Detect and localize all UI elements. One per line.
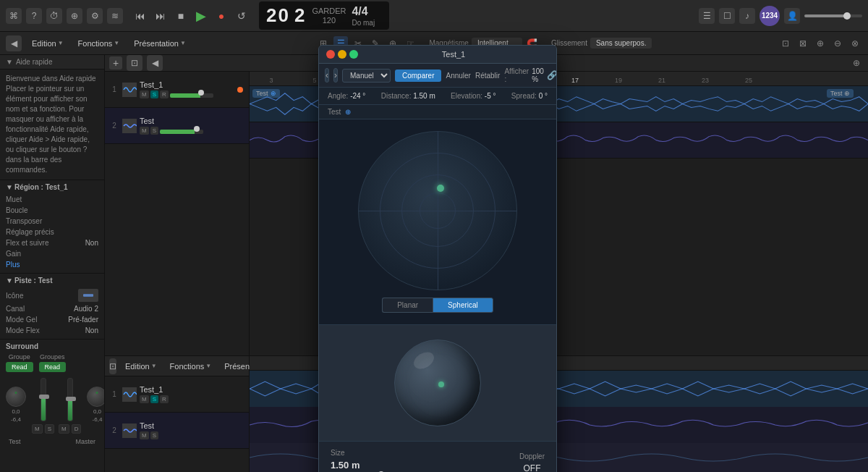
apple-icon[interactable]: ⌘ [6,8,22,24]
annuler-btn[interactable]: Annuler [446,72,470,80]
expand-icon[interactable]: ⊡ [127,55,142,71]
3d-ball[interactable] [394,340,481,426]
panel-forward-btn[interactable]: › [333,68,338,83]
trim-icon[interactable]: ⊠ [796,36,810,51]
avatar[interactable]: 1234 [760,6,780,26]
link-icon[interactable]: 🔗 [547,70,557,80]
clock-icon[interactable]: ⏱ [46,8,62,24]
snap-icon[interactable]: ⊡ [778,36,793,51]
edition-menu[interactable]: Edition ▼ [27,38,68,49]
afficher-label: Afficher : [504,67,529,83]
chevron-down-icon-3: ▼ [205,363,211,369]
track-gain-1[interactable] [170,93,213,98]
presentation-menu[interactable]: Présentation ▼ [129,38,190,49]
panel-fullscreen-btn[interactable] [349,50,358,59]
stop-btn[interactable]: ■ [172,7,190,25]
mode-select[interactable]: Manuel [342,69,391,83]
fast-forward-btn[interactable]: ⏭ [152,7,169,25]
midi-icon[interactable]: ⊕ [67,8,82,24]
track-item-4: 2 Test M S [105,413,249,449]
d-btn[interactable]: D [72,424,82,434]
flex-label: Flex et suivre [6,239,48,247]
zoom-in-icon[interactable]: ⊕ [813,36,827,51]
doppler-val: OFF [523,463,540,473]
surround-knob-2[interactable] [87,387,105,407]
track-waveform-icon-2 [122,119,137,133]
track-icon-box[interactable] [78,289,98,302]
fonctions-menu[interactable]: Fonctions ▼ [74,38,124,49]
collapse-icon[interactable]: ◀ [6,35,22,51]
panel-minimize-btn[interactable] [338,50,346,59]
m-btn-2[interactable]: M [59,424,69,434]
read-btn-1[interactable]: Read [6,362,33,372]
user-icon[interactable]: 👤 [784,8,800,24]
mode-gel-label: Mode Gel [6,316,37,324]
list-icon[interactable]: ☰ [699,8,715,24]
record-btn[interactable]: ● [213,7,230,25]
track-m-1[interactable]: M [140,90,149,98]
panel-close-btn[interactable] [326,50,335,59]
auto-zoom-icon[interactable]: ⊗ [848,36,862,51]
fader-track-2[interactable] [67,378,73,421]
rewind-btn[interactable]: ⏮ [132,7,149,25]
knob-dot-2 [96,392,98,394]
m-btn-1[interactable]: M [32,424,43,434]
track-m-4[interactable]: M [140,431,149,439]
gain-thumb-2 [194,126,200,132]
track-gain-2[interactable] [160,130,203,134]
add-track-btn[interactable]: + [109,56,122,69]
compare-btn[interactable]: Comparer [395,69,441,82]
chevron-down-icon: ▼ [114,40,119,46]
sphere-outer[interactable] [358,131,517,290]
track-label-right-1: Test ⊕ [827,89,854,98]
eq-icon[interactable]: ≋ [107,8,123,24]
angle-param: Angle: -24 ° [328,92,365,100]
play-btn[interactable]: ▶ [192,7,210,25]
track-r-1[interactable]: R [160,90,169,98]
track-m-2[interactable]: M [140,127,149,135]
spherical-btn[interactable]: Spherical [433,298,493,313]
track-m-3[interactable]: M [140,395,149,403]
top-bar-left: ⌘ ? ⏱ ⊕ ⚙ ≋ [6,8,123,24]
svg-rect-5 [122,423,137,438]
track-s-4[interactable]: S [150,431,158,439]
expand2-icon[interactable]: ⊡ [109,358,116,374]
binaural-panel[interactable]: Test_1 ‹ › Manuel Comparer Annuler Rétab… [318,45,557,472]
s-btn-1[interactable]: S [45,424,54,434]
surround-knob-1[interactable] [6,387,26,407]
track-r-3[interactable]: R [160,395,169,403]
collapse2-icon[interactable]: ◀ [147,55,163,71]
ruler-mark-25: 25 [727,77,770,84]
cycle-btn[interactable]: ↺ [233,7,250,25]
read-btn-2[interactable]: Read [39,362,67,372]
fonctions-menu-2[interactable]: Fonctions ▼ [166,361,216,372]
knob-val-2: 0,0 [93,408,101,415]
info-icon[interactable]: ? [26,8,42,24]
mode-buttons: Planar Spherical [382,298,493,313]
piano-icon[interactable]: ♪ [739,8,755,24]
cpu-icon[interactable]: ☐ [719,8,735,24]
sphere-dot[interactable] [437,185,444,192]
piste-section: ▼ Piste : Test Icône Canal Audio 2 Mode … [0,273,104,339]
track-s-2[interactable]: S [150,127,158,135]
gain-label: Gain [6,250,21,258]
fader-track-1[interactable] [41,378,46,421]
edition-menu-2[interactable]: Edition ▼ [121,361,161,372]
retablir-btn[interactable]: Rétablir [475,72,500,80]
glissement-label: Glissement [551,39,587,47]
plus-label[interactable]: Plus [6,261,20,269]
track-s-3[interactable]: S [150,395,158,403]
volume-slider[interactable] [804,14,862,17]
glissement-value[interactable]: Sans superpos. [590,38,652,49]
settings-icon[interactable]: ⚙ [87,8,103,24]
spherical-view: Planar Spherical [319,119,556,324]
panel-back-btn[interactable]: ‹ [325,68,329,83]
planar-btn[interactable]: Planar [382,298,433,313]
transposer-row: Transposer [6,216,98,227]
chevron-down-icon: ▼ [58,40,64,46]
knob-val-2b: -6,4 [93,416,103,423]
zoom-out-icon[interactable]: ⊖ [830,36,845,51]
zoom-fit-icon[interactable]: ⊕ [849,56,864,70]
help-text: Bienvenue dans Aide rapide Placer le poi… [6,75,96,174]
track-s-1[interactable]: S [150,90,158,98]
